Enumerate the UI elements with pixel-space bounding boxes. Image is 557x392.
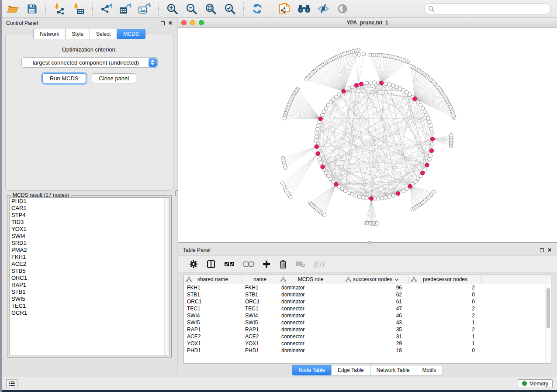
- delete-column-trash-icon[interactable]: [279, 260, 287, 268]
- network-window-title: YPA_prune.txt_1: [178, 20, 557, 26]
- horizontal-split-divider[interactable]: [178, 243, 557, 244]
- float-panel-icon[interactable]: [540, 248, 544, 252]
- table-row[interactable]: SWI4SWI4dominator462: [184, 312, 551, 319]
- delete-table-icon-disabled: [296, 261, 305, 268]
- mcds-result-item[interactable]: PHD1: [10, 198, 169, 205]
- mcds-result-list[interactable]: PHD1CAR1STP4TID3YOX1SWI4SRD1PMA2FKH1ACE2…: [9, 197, 170, 355]
- minimize-window-icon[interactable]: [190, 20, 195, 25]
- mcds-result-item[interactable]: ORC1: [10, 275, 169, 282]
- toolbar-separator: [45, 3, 46, 15]
- float-panel-icon[interactable]: [161, 21, 165, 25]
- close-window-icon[interactable]: [181, 20, 187, 25]
- close-panel-icon[interactable]: ✕: [547, 248, 552, 253]
- cytoscape-window: Control Panel ✕ NetworkStyleSelectMCDS O…: [2, 0, 557, 390]
- search-icon: [428, 6, 434, 12]
- tab-mcds[interactable]: MCDS: [117, 29, 145, 39]
- optimization-criterion-select[interactable]: largest connected component (undirected): [21, 57, 158, 68]
- mcds-result-item[interactable]: PMA2: [10, 247, 169, 254]
- export-table-icon[interactable]: [119, 2, 132, 15]
- table-row[interactable]: SWI5SWI5connector431: [184, 319, 551, 326]
- split-columns-icon[interactable]: [207, 260, 215, 268]
- table-row[interactable]: YOX1YOX1connector291: [184, 340, 551, 347]
- mcds-result-item[interactable]: GCR1: [10, 309, 169, 316]
- column-header-name[interactable]: name: [242, 275, 278, 284]
- table-row[interactable]: ORC1ORC1dominator610: [184, 298, 551, 305]
- status-bar: Memory: [2, 377, 557, 390]
- table-row[interactable]: ACE2ACE2connector311: [184, 333, 551, 340]
- mcds-result-item[interactable]: STB1: [10, 289, 169, 296]
- show-panel-eye-icon[interactable]: [336, 2, 349, 15]
- table-scrollbar[interactable]: [545, 285, 551, 363]
- mcds-result-item[interactable]: YOX1: [10, 226, 169, 233]
- network-window-titlebar[interactable]: YPA_prune.txt_1: [178, 18, 557, 28]
- search-field[interactable]: [424, 3, 551, 14]
- tab-motifs[interactable]: Motifs: [416, 365, 443, 375]
- tab-select[interactable]: Select: [90, 29, 117, 39]
- network-column-icon: [280, 277, 286, 282]
- hide-panel-eye-icon[interactable]: [317, 2, 330, 15]
- table-tabs: Node TableEdge TableNetwork TableMotifs: [292, 365, 443, 375]
- table-row[interactable]: RAP1RAP1dominator352: [184, 326, 551, 333]
- toolbar-separator: [92, 3, 93, 15]
- tab-edge-table[interactable]: Edge Table: [331, 365, 370, 375]
- mcds-result-item[interactable]: ACE2: [10, 261, 169, 268]
- tab-network[interactable]: Network: [33, 29, 65, 39]
- clone-network-icon[interactable]: [278, 2, 291, 15]
- mcds-result-item[interactable]: TID3: [10, 219, 169, 226]
- maximize-window-icon[interactable]: [199, 20, 204, 25]
- tab-style[interactable]: Style: [65, 29, 90, 39]
- network-column-icon: [346, 277, 351, 282]
- mcds-result-item[interactable]: SRD1: [10, 240, 169, 247]
- run-mcds-button[interactable]: Run MCDS: [42, 73, 86, 83]
- mcds-options-panel: Optimization criterion: largest connecte…: [5, 34, 173, 191]
- zoom-fit-icon[interactable]: [204, 2, 217, 15]
- apply-layout-icon[interactable]: [251, 2, 264, 15]
- mcds-result-item[interactable]: FKH1: [10, 254, 169, 261]
- column-header-mcds-role[interactable]: MCDS role: [278, 275, 343, 284]
- task-history-button[interactable]: [6, 379, 17, 388]
- table-row[interactable]: PHD1PHD1dominator180: [184, 347, 551, 354]
- column-header-predecessor-nodes[interactable]: predecessor nodes: [409, 275, 482, 284]
- list-scrollbar[interactable]: [164, 198, 169, 355]
- select-all-checkboxes-icon[interactable]: [224, 261, 235, 267]
- gear-icon[interactable]: [189, 260, 198, 268]
- mcds-result-item[interactable]: SWI5: [10, 296, 169, 303]
- table-body: FKH1FKH1dominator962STB1STB1dominator620…: [184, 284, 551, 363]
- export-image-icon[interactable]: [138, 2, 151, 15]
- node-table: shared namenameMCDS rolesuccessor nodesp…: [183, 275, 551, 364]
- zoom-out-icon[interactable]: [185, 2, 198, 15]
- network-graph[interactable]: [178, 28, 557, 242]
- mcds-result-item[interactable]: TEC1: [10, 303, 169, 309]
- zoom-selected-icon[interactable]: [223, 2, 236, 15]
- close-panel-icon[interactable]: ✕: [168, 21, 173, 26]
- tab-network-table[interactable]: Network Table: [370, 365, 416, 375]
- import-network-icon[interactable]: [53, 2, 66, 15]
- save-icon[interactable]: [25, 2, 38, 15]
- divider-grip[interactable]: [367, 241, 372, 244]
- table-row[interactable]: STB1STB1dominator620: [184, 291, 551, 298]
- column-header-successor-nodes[interactable]: successor nodes: [343, 275, 409, 284]
- mcds-result-item[interactable]: STP4: [10, 212, 169, 219]
- table-row[interactable]: FKH1FKH1dominator962: [184, 284, 551, 291]
- table-row[interactable]: TEC1TEC1connector472: [184, 305, 551, 312]
- export-network-icon[interactable]: [100, 2, 113, 15]
- column-header-shared-name[interactable]: shared name: [184, 275, 242, 284]
- mcds-result-item[interactable]: SWI4: [10, 233, 169, 240]
- network-view-window: YPA_prune.txt_1: [178, 18, 557, 243]
- import-table-icon[interactable]: [72, 2, 85, 15]
- scrollbar-thumb[interactable]: [547, 288, 550, 328]
- zoom-in-icon[interactable]: [166, 2, 179, 15]
- search-input[interactable]: [436, 6, 547, 12]
- memory-button[interactable]: Memory: [518, 379, 553, 388]
- mcds-result-item[interactable]: STB5: [10, 268, 169, 275]
- open-folder-icon[interactable]: [6, 2, 19, 15]
- deselect-all-checkboxes-icon[interactable]: [243, 261, 254, 267]
- tab-node-table[interactable]: Node Table: [292, 365, 331, 375]
- search-binoculars-icon[interactable]: [298, 2, 311, 15]
- close-panel-button[interactable]: Close panel: [92, 73, 137, 83]
- mcds-result-item[interactable]: RAP1: [10, 282, 169, 289]
- mcds-result-item[interactable]: CAR1: [10, 205, 169, 212]
- network-canvas[interactable]: [178, 28, 557, 242]
- toolbar-separator: [158, 3, 159, 15]
- add-column-icon[interactable]: [263, 260, 270, 268]
